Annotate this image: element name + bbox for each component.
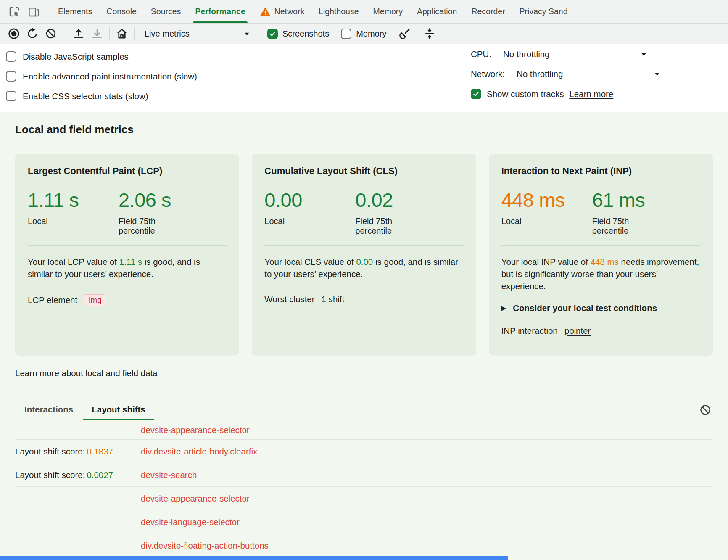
- tab-application[interactable]: Application: [410, 0, 464, 23]
- tabbar-icons: [0, 0, 45, 23]
- element-link[interactable]: div.devsite-floating-action-buttons: [141, 541, 269, 551]
- lcp-field-value: 2.06 s: [119, 188, 177, 211]
- element-link[interactable]: devsite-appearance-selector: [141, 425, 250, 435]
- lcp-element-node-link[interactable]: img: [84, 294, 106, 306]
- devtools-tabbar: Elements Console Sources Performance Net…: [0, 0, 728, 24]
- checkbox-unchecked-icon: [341, 29, 351, 39]
- lcp-card: Largest Contentful Paint (LCP) 1.11 s Lo…: [15, 154, 239, 356]
- card-title: Largest Contentful Paint (LCP): [28, 166, 227, 177]
- custom-tracks-checkbox[interactable]: [471, 89, 481, 99]
- tab-label: Lighthouse: [319, 7, 359, 16]
- inp-interaction-label: INP interaction: [501, 326, 558, 336]
- show-custom-tracks-row: Show custom tracks Learn more: [471, 89, 613, 99]
- lcp-element-label: LCP element: [28, 295, 77, 305]
- performance-toolbar: Live metrics Screenshots Memory: [0, 24, 728, 44]
- history-dropdown[interactable]: Live metrics: [140, 27, 255, 40]
- disclosure-triangle-icon: ▶: [501, 304, 506, 312]
- chevron-down-icon: [243, 30, 251, 37]
- record-icon: [8, 27, 20, 40]
- css-selector-stats-checkbox[interactable]: Enable CSS selector stats (slow): [6, 86, 728, 106]
- element-link[interactable]: devsite-search: [141, 470, 197, 480]
- network-warning-icon: [260, 6, 271, 17]
- tab-interactions[interactable]: Interactions: [15, 401, 82, 420]
- tab-layout-shifts[interactable]: Layout shifts: [82, 401, 155, 420]
- worst-cluster-row: Worst cluster 1 shift: [264, 294, 463, 304]
- inp-field-value: 61 ms: [592, 188, 651, 211]
- checkbox-unchecked-icon: [6, 91, 16, 101]
- score-label: Layout shift score:: [15, 470, 85, 480]
- tab-performance[interactable]: Performance: [188, 0, 252, 23]
- tab-label: Performance: [195, 7, 245, 16]
- save-profile-button[interactable]: [88, 25, 106, 42]
- live-metrics-home-button[interactable]: [113, 25, 131, 42]
- cls-card: Cumulative Layout Shift (CLS) 0.00 Local…: [252, 154, 476, 356]
- score-value: 0.1837: [87, 446, 113, 456]
- page-bottom-blue-strip: [0, 556, 508, 560]
- checkbox-checked-icon: [267, 29, 278, 39]
- tab-recorder[interactable]: Recorder: [464, 0, 512, 23]
- inspect-icon[interactable]: [6, 3, 23, 20]
- tab-elements[interactable]: Elements: [51, 0, 99, 23]
- tab-label: Network: [274, 7, 305, 16]
- tab-label: Layout shifts: [92, 404, 145, 414]
- lcp-local-value: 1.11 s: [28, 188, 119, 211]
- clear-log-button[interactable]: [698, 402, 713, 417]
- page-title: Local and field metrics: [15, 123, 713, 136]
- tab-sources[interactable]: Sources: [144, 0, 188, 23]
- divider: [258, 27, 258, 40]
- collect-garbage-button[interactable]: [396, 25, 414, 42]
- load-profile-button[interactable]: [70, 25, 87, 42]
- desc-text: Your local CLS value of: [264, 257, 356, 267]
- element-link[interactable]: div.devsite-article-body.clearfix: [141, 446, 257, 457]
- divider: [264, 245, 463, 246]
- network-value: No throttling: [517, 69, 563, 79]
- card-values: 448 ms Local 61 ms Field 75th percentile: [501, 188, 700, 236]
- screenshots-checkbox[interactable]: Screenshots: [262, 29, 335, 39]
- table-row: devsite-language-selector: [15, 510, 713, 534]
- layout-shift-score: [15, 541, 141, 551]
- element-link[interactable]: devsite-appearance-selector: [141, 494, 250, 504]
- desc-text: Your local INP value of: [501, 257, 591, 267]
- card-description: Your local INP value of 448 ms needs imp…: [501, 256, 700, 292]
- card-title: Interaction to Next Paint (INP): [501, 166, 700, 177]
- field-label: Field 75th percentile: [355, 217, 414, 236]
- layout-shift-score: [15, 517, 141, 527]
- inp-interaction-link[interactable]: pointer: [564, 326, 591, 336]
- local-label: Local: [264, 217, 355, 226]
- field-label: Field 75th percentile: [119, 217, 177, 236]
- divider: [134, 27, 135, 40]
- element-link[interactable]: devsite-language-selector: [141, 517, 240, 527]
- live-metrics-view: Local and field metrics Largest Contentf…: [0, 112, 728, 560]
- memory-checkbox[interactable]: Memory: [335, 29, 392, 39]
- tab-label: Memory: [373, 7, 403, 16]
- worst-cluster-link[interactable]: 1 shift: [322, 294, 345, 304]
- device-toolbar-icon[interactable]: [25, 3, 42, 20]
- tab-lighthouse[interactable]: Lighthouse: [311, 0, 366, 23]
- tab-memory[interactable]: Memory: [366, 0, 410, 23]
- field-data-learn-more-link[interactable]: Learn more about local and field data: [15, 368, 157, 378]
- tab-console[interactable]: Console: [99, 0, 144, 23]
- checkbox-label: Memory: [356, 29, 386, 39]
- card-description: Your local LCP value of 1.11 s is good, …: [28, 256, 227, 280]
- tab-privacy-sandbox[interactable]: Privacy Sand: [512, 0, 575, 23]
- tab-label: Console: [106, 7, 137, 16]
- collapse-panel-button[interactable]: [421, 25, 438, 42]
- card-title: Cumulative Layout Shift (CLS): [264, 166, 463, 177]
- divider: [28, 245, 227, 246]
- cpu-throttling-select[interactable]: CPU: No throttling: [471, 49, 647, 59]
- cpu-value: No throttling: [503, 49, 550, 59]
- network-throttling-select[interactable]: Network: No throttling: [471, 69, 661, 79]
- logs-tabbar: Interactions Layout shifts: [15, 401, 713, 420]
- local-label: Local: [501, 217, 592, 226]
- local-test-conditions-disclosure[interactable]: ▶ Consider your local test conditions: [501, 303, 700, 313]
- card-values: 1.11 s Local 2.06 s Field 75th percentil…: [28, 188, 227, 236]
- layout-shift-score: [15, 425, 141, 435]
- checkbox-label: Disable JavaScript samples: [23, 52, 129, 62]
- desc-text: Your local LCP value of: [28, 257, 119, 267]
- learn-more-link[interactable]: Learn more: [569, 89, 613, 99]
- record-button[interactable]: [5, 25, 23, 42]
- clear-button[interactable]: [42, 25, 60, 42]
- reload-and-record-button[interactable]: [24, 25, 41, 42]
- cls-field-value: 0.02: [355, 188, 414, 211]
- tab-network[interactable]: Network: [253, 0, 312, 23]
